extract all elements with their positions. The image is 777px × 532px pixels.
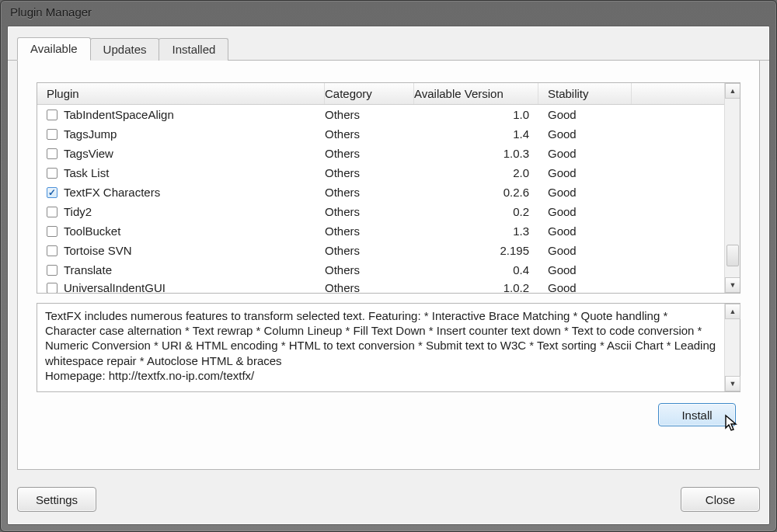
scroll-down-button[interactable]: ▼ [725, 277, 740, 293]
plugin-name: TagsView [64, 147, 113, 160]
plugin-category: Others [325, 263, 414, 276]
plugin-stability: Good [538, 263, 632, 276]
plugin-checkbox[interactable] [47, 245, 57, 256]
plugin-category: Others [325, 127, 414, 141]
plugin-category: Others [325, 205, 414, 218]
plugin-version: 2.195 [414, 244, 538, 257]
plugin-name: UniversalIndentGUI [64, 281, 166, 293]
plugin-stability: Good [538, 280, 632, 293]
cursor-icon [724, 414, 740, 436]
tab-strip: Available Updates Installed [8, 26, 769, 61]
plugin-checkbox[interactable] [47, 148, 57, 159]
plugin-name: Tortoise SVN [64, 244, 132, 257]
plugin-category: Others [325, 224, 414, 238]
desc-scroll-up[interactable]: ▲ [725, 304, 740, 319]
window-title: Plugin Manager [1, 1, 776, 26]
plugin-category: Others [325, 166, 414, 179]
table-row[interactable]: TabIndentSpaceAlignOthers1.0Good [37, 105, 724, 124]
column-header-category[interactable]: Category [325, 83, 414, 104]
tab-installed[interactable]: Installed [159, 38, 228, 61]
plugin-checkbox[interactable] [47, 207, 57, 217]
plugin-stability: Good [538, 108, 632, 121]
install-button[interactable]: Install [658, 403, 736, 426]
bottom-button-row: Settings Close [17, 487, 760, 512]
plugin-manager-window: Plugin Manager Available Updates Install… [0, 0, 777, 532]
plugin-version: 0.2 [414, 205, 538, 218]
plugin-name: Tidy2 [64, 205, 92, 218]
plugin-list-body: TabIndentSpaceAlignOthers1.0GoodTagsJump… [37, 105, 724, 293]
tab-page-available: Plugin Category Available Version Stabil… [17, 61, 760, 470]
plugin-version: 0.2.6 [414, 186, 538, 199]
plugin-name: Task List [64, 166, 109, 179]
plugin-version: 0.4 [414, 263, 538, 276]
plugin-stability: Good [538, 127, 632, 141]
scroll-up-button[interactable]: ▲ [725, 83, 740, 99]
install-row: Install [37, 403, 740, 426]
table-row[interactable]: Task ListOthers2.0Good [37, 163, 724, 183]
plugin-category: Others [325, 108, 414, 121]
plugin-category: Others [325, 147, 414, 160]
plugin-description-text: TextFX includes numerous features to tra… [45, 308, 720, 387]
table-row[interactable]: ToolBucketOthers1.3Good [37, 221, 724, 241]
plugin-name: TagsJump [64, 127, 117, 141]
table-row[interactable]: TextFX CharactersOthers0.2.6Good [37, 183, 724, 202]
plugin-checkbox[interactable] [47, 187, 57, 198]
settings-button-label: Settings [36, 493, 78, 506]
settings-button[interactable]: Settings [17, 487, 96, 512]
plugin-version: 1.3 [414, 224, 538, 238]
plugin-stability: Good [538, 186, 632, 199]
plugin-name: TabIndentSpaceAlign [64, 108, 174, 121]
plugin-name: Translate [64, 263, 112, 276]
plugin-stability: Good [538, 166, 632, 179]
plugin-checkbox[interactable] [47, 110, 57, 120]
close-button-label: Close [706, 493, 735, 506]
plugin-stability: Good [538, 205, 632, 218]
scrollbar-vertical[interactable]: ▲ ▼ [724, 83, 740, 293]
plugin-checkbox[interactable] [47, 168, 57, 179]
plugin-category: Others [325, 280, 414, 293]
plugin-checkbox[interactable] [47, 226, 57, 237]
tab-updates[interactable]: Updates [90, 38, 160, 61]
table-row[interactable]: TranslateOthers0.4Good [37, 260, 724, 280]
plugin-list-header: Plugin Category Available Version Stabil… [37, 83, 740, 105]
column-header-plugin[interactable]: Plugin [37, 83, 325, 104]
table-row[interactable]: TagsJumpOthers1.4Good [37, 124, 724, 144]
plugin-version: 1.4 [414, 127, 538, 141]
plugin-stability: Good [538, 244, 632, 257]
table-row[interactable]: Tortoise SVNOthers2.195Good [37, 241, 724, 260]
column-header-stability[interactable]: Stability [538, 83, 632, 104]
plugin-checkbox[interactable] [47, 129, 57, 140]
plugin-checkbox[interactable] [47, 283, 57, 294]
plugin-category: Others [325, 186, 414, 199]
desc-scroll-down[interactable]: ▼ [725, 376, 740, 391]
table-row[interactable]: TagsViewOthers1.0.3Good [37, 144, 724, 163]
scroll-thumb[interactable] [726, 245, 739, 266]
plugin-list: Plugin Category Available Version Stabil… [37, 82, 740, 294]
plugin-version: 2.0 [414, 166, 538, 179]
plugin-version: 1.0.2 [414, 280, 538, 293]
plugin-stability: Good [538, 147, 632, 160]
description-scrollbar[interactable]: ▲ ▼ [724, 304, 740, 391]
plugin-description-box: TextFX includes numerous features to tra… [37, 303, 740, 392]
install-button-label: Install [681, 409, 712, 422]
tab-available[interactable]: Available [17, 37, 91, 61]
plugin-version: 1.0.3 [414, 147, 538, 160]
plugin-name: TextFX Characters [64, 186, 160, 199]
client-area: Available Updates Installed Plugin Categ… [7, 26, 770, 525]
plugin-name: ToolBucket [64, 224, 120, 238]
close-button[interactable]: Close [681, 487, 760, 512]
plugin-category: Others [325, 244, 414, 257]
plugin-checkbox[interactable] [47, 265, 57, 276]
table-row[interactable]: UniversalIndentGUIOthers1.0.2Good [37, 280, 724, 293]
plugin-version: 1.0 [414, 108, 538, 121]
column-header-version[interactable]: Available Version [414, 83, 538, 104]
plugin-stability: Good [538, 224, 632, 238]
table-row[interactable]: Tidy2Others0.2Good [37, 202, 724, 221]
